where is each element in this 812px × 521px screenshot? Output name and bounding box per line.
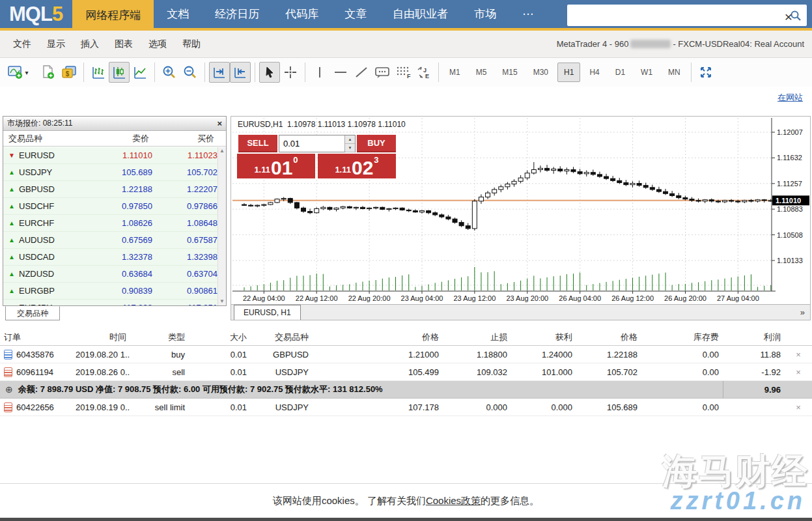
- auto-scroll-button[interactable]: [209, 62, 230, 83]
- nav-tab[interactable]: 文章: [331, 0, 380, 31]
- market-watch-row[interactable]: ▲EURCHF1.086261.08648: [3, 215, 217, 232]
- close-order-icon[interactable]: ×: [785, 402, 812, 412]
- nav-tab[interactable]: 代码库: [272, 0, 331, 31]
- menu-item[interactable]: 图表: [107, 35, 141, 54]
- symbols-button[interactable]: $: [59, 62, 79, 83]
- up-arrow-icon: ▲: [8, 270, 19, 277]
- order-doc-icon: [4, 367, 12, 377]
- market-watch-scrollbar[interactable]: ▲ ▼: [217, 147, 226, 305]
- scroll-down-icon[interactable]: ▼: [218, 298, 226, 305]
- zoom-out-button[interactable]: [180, 62, 201, 83]
- timeframe-button-m5[interactable]: M5: [469, 63, 494, 82]
- order-doc-icon: [4, 350, 12, 359]
- chevrons-right-icon[interactable]: »: [800, 307, 805, 317]
- trendline-button[interactable]: [351, 62, 372, 83]
- terminal-col-header[interactable]: 价格: [313, 331, 443, 343]
- timeframe-button-m15[interactable]: M15: [496, 63, 524, 82]
- chart-ohlc-values: 1.10978 1.11013 1.10978 1.11010: [287, 120, 406, 129]
- timeframe-button-h4[interactable]: H4: [583, 63, 606, 82]
- terminal-col-header[interactable]: 大小: [189, 331, 251, 343]
- horizontal-line-button[interactable]: [330, 62, 351, 83]
- cookie-policy-link[interactable]: Cookies政策: [426, 495, 481, 506]
- on-website-link[interactable]: 在网站: [777, 92, 803, 104]
- cookie-close-icon[interactable]: ×: [785, 10, 792, 23]
- nav-tab[interactable]: 自由职业者: [380, 0, 461, 31]
- zoom-in-button[interactable]: [159, 62, 180, 83]
- chart-tab-eurusd-h1[interactable]: EURUSD, H1: [234, 305, 301, 320]
- market-watch-tab[interactable]: 交易品种: [5, 306, 60, 320]
- terminal-order-row[interactable]: 604226562019.08.19 0...sell limit0.01USD…: [0, 399, 812, 416]
- new-chart-button[interactable]: ▾: [4, 62, 33, 83]
- market-watch-row[interactable]: ▲USDJPY105.689105.702: [3, 164, 217, 181]
- indicators-button[interactable]: JE: [413, 62, 434, 83]
- vertical-line-button[interactable]: [309, 62, 330, 83]
- text-label-button[interactable]: [372, 62, 393, 83]
- fullscreen-button[interactable]: [695, 62, 716, 83]
- candle-chart-button[interactable]: [109, 62, 130, 83]
- plus-circled-icon[interactable]: ⊕: [5, 384, 13, 395]
- col-symbol[interactable]: 交易品种: [8, 133, 84, 145]
- market-watch-row[interactable]: ▲GBPUSD1.221881.22207: [3, 181, 217, 198]
- bar-chart-button[interactable]: [88, 62, 109, 83]
- line-chart-button[interactable]: [130, 62, 150, 83]
- terminal-col-header[interactable]: 利润: [723, 331, 785, 343]
- terminal-col-header[interactable]: 价格: [576, 331, 641, 343]
- terminal-col-header[interactable]: 止损: [443, 331, 511, 343]
- timeframe-button-d1[interactable]: D1: [609, 63, 632, 82]
- nav-tab[interactable]: 经济日历: [202, 0, 272, 31]
- terminal-order-row[interactable]: 604358762019.08.20 1...buy0.01GBPUSD1.21…: [0, 346, 812, 363]
- window-title: MetaTrader 4 - 960 - FXCM-USDReal04: Rea…: [557, 39, 804, 49]
- menu-item[interactable]: 文件: [5, 35, 39, 54]
- market-watch-row[interactable]: ▲USDCHF0.978500.97866: [3, 198, 217, 215]
- terminal-col-header[interactable]: 订单: [0, 331, 72, 343]
- nav-tab[interactable]: 市场: [461, 0, 509, 31]
- menu-item[interactable]: 显示: [39, 35, 73, 54]
- terminal-col-header[interactable]: 获利: [511, 331, 576, 343]
- col-buy[interactable]: 买价: [149, 133, 214, 145]
- cursor-button[interactable]: [259, 62, 280, 83]
- sell-price-box[interactable]: 1.11 01 0: [237, 154, 315, 178]
- market-watch-header[interactable]: 市场报价: 08:25:11 ×: [3, 117, 226, 131]
- timeframe-button-m30[interactable]: M30: [527, 63, 555, 82]
- order-cell: 0.00: [641, 402, 723, 412]
- mql5-logo[interactable]: MQL5: [0, 0, 72, 31]
- new-order-button[interactable]: [38, 62, 59, 83]
- crosshair-button[interactable]: [280, 62, 301, 83]
- volume-input[interactable]: [279, 135, 344, 152]
- timeframe-button-m1[interactable]: M1: [443, 63, 467, 82]
- terminal-col-header[interactable]: 库存费: [641, 331, 723, 343]
- market-watch-row[interactable]: ▼EURUSD1.110101.11023: [3, 147, 217, 164]
- buy-button[interactable]: BUY: [357, 135, 396, 152]
- close-order-icon[interactable]: ×: [785, 367, 812, 377]
- close-icon[interactable]: ×: [217, 119, 222, 128]
- market-watch-row[interactable]: ▲AUDUSD0.675690.67587: [3, 232, 217, 249]
- col-sell[interactable]: 卖价: [84, 133, 149, 145]
- chart-shift-button[interactable]: [230, 62, 251, 83]
- market-watch-row[interactable]: ▲EURGBP0.908390.90861: [3, 283, 217, 300]
- nav-tab[interactable]: ⋯: [509, 0, 546, 31]
- stepper-up-icon[interactable]: ▲: [345, 135, 355, 144]
- search-box[interactable]: [567, 5, 807, 26]
- market-watch-row[interactable]: ▲EURJPY117.838117.851: [3, 300, 217, 305]
- market-watch-row[interactable]: ▲USDCAD1.323781.32398: [3, 249, 217, 266]
- terminal-order-row[interactable]: 609611942019.08.26 0...sell0.01USDJPY105…: [0, 363, 812, 381]
- menu-item[interactable]: 选项: [141, 35, 175, 54]
- search-input[interactable]: [567, 5, 790, 26]
- scroll-up-icon[interactable]: ▲: [218, 147, 226, 155]
- terminal-col-header[interactable]: 交易品种: [251, 331, 313, 343]
- terminal-col-header[interactable]: 时间: [72, 331, 130, 343]
- close-order-icon[interactable]: ×: [785, 350, 812, 359]
- menu-item[interactable]: 帮助: [175, 35, 208, 54]
- buy-price-box[interactable]: 1.11 02 3: [318, 154, 396, 178]
- stepper-down-icon[interactable]: ▼: [345, 144, 355, 152]
- fibonacci-button[interactable]: F: [393, 62, 413, 83]
- timeframe-button-w1[interactable]: W1: [634, 63, 659, 82]
- market-watch-row[interactable]: ▲NZDUSD0.636840.63704: [3, 266, 217, 283]
- nav-tab[interactable]: 网络程序端: [72, 0, 154, 31]
- timeframe-button-h1[interactable]: H1: [557, 63, 580, 82]
- nav-tab[interactable]: 文档: [154, 0, 202, 31]
- terminal-col-header[interactable]: 类型: [130, 331, 189, 343]
- menu-item[interactable]: 插入: [73, 35, 107, 54]
- timeframe-button-mn[interactable]: MN: [662, 63, 687, 82]
- sell-button[interactable]: SELL: [238, 135, 277, 152]
